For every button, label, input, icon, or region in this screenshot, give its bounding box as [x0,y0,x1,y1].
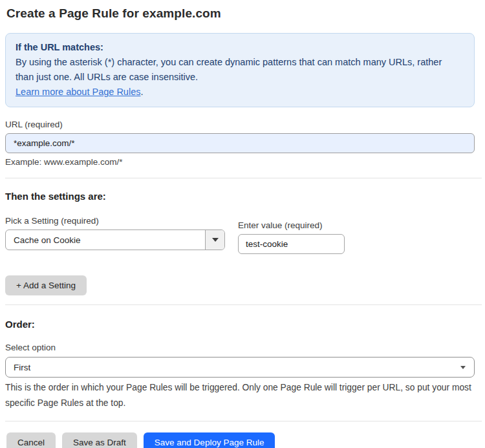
divider [5,421,482,421]
page-title: Create a Page Rule for example.com [5,6,475,21]
order-select-label: Select option [5,343,475,352]
link-period: . [140,87,143,97]
info-box-link-line: Learn more about Page Rules. [16,85,464,100]
url-label: URL (required) [5,120,475,129]
save-and-deploy-button[interactable]: Save and Deploy Page Rule [144,432,275,448]
url-helper-text: Example: www.example.com/* [5,157,475,167]
enter-value-label: Enter value (required) [238,220,345,230]
add-setting-button[interactable]: + Add a Setting [5,275,87,295]
divider [5,178,482,178]
pick-setting-column: Pick a Setting (required) Cache on Cooki… [5,216,225,250]
info-box-body: By using the asterisk (*) character, you… [16,55,462,85]
learn-more-link[interactable]: Learn more about Page Rules [16,87,140,97]
footer-actions: Cancel Save as Draft Save and Deploy Pag… [5,432,475,448]
setting-select[interactable]: Cache on Cookie [5,229,225,250]
settings-heading: Then the settings are: [5,191,475,202]
url-section: URL (required) Example: www.example.com/… [5,120,475,167]
order-helper-text: This is the order in which your Page Rul… [5,380,475,411]
settings-row: Pick a Setting (required) Cache on Cooki… [5,216,475,254]
setting-select-value: Cache on Cookie [6,230,205,250]
create-page-rule-panel: Create a Page Rule for example.com If th… [0,0,485,448]
enter-value-column: Enter value (required) [238,220,345,254]
chevron-down-icon [212,238,219,242]
order-select[interactable]: First [5,357,475,378]
setting-select-arrow-button[interactable] [205,230,224,250]
url-input[interactable] [5,133,475,153]
chevron-down-icon [460,366,466,369]
order-heading: Order: [5,319,475,330]
order-select-value: First [14,363,30,372]
divider [5,304,482,305]
setting-value-input[interactable] [238,234,345,254]
pick-setting-label: Pick a Setting (required) [5,216,225,226]
info-box-heading: If the URL matches: [16,40,464,55]
cancel-button[interactable]: Cancel [6,432,56,448]
url-match-info-box: If the URL matches: By using the asteris… [5,33,475,107]
save-as-draft-button[interactable]: Save as Draft [62,432,137,448]
